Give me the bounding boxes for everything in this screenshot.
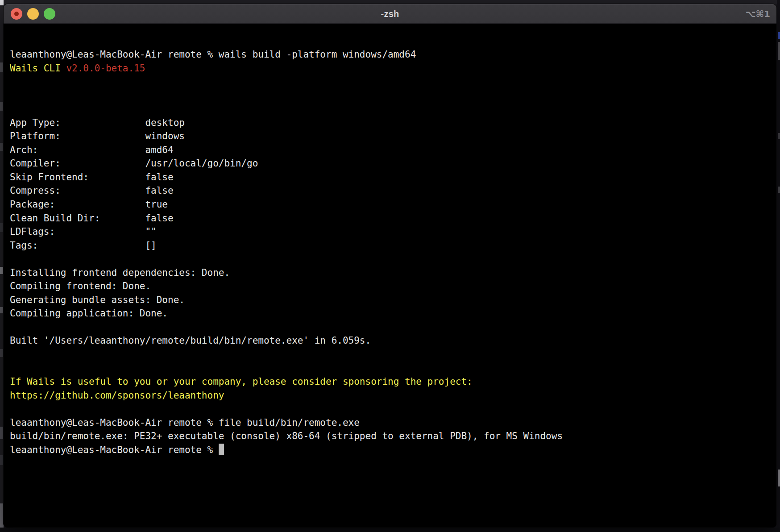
background-text-fragment bbox=[778, 42, 780, 60]
terminal-line bbox=[10, 402, 776, 416]
terminal-text: leaanthony@Leas-MacBook-Air remote % wai… bbox=[10, 49, 416, 60]
terminal-window: -zsh ⌥⌘1 leaanthony@Leas-MacBook-Air rem… bbox=[3, 4, 777, 528]
terminal-line: Skip Frontend: false bbox=[10, 170, 776, 184]
background-text-fragment bbox=[0, 62, 3, 72]
terminal-text: Arch: amd64 bbox=[10, 145, 174, 155]
background-scrollbar-fragment bbox=[778, 470, 780, 486]
terminal-line: Built '/Users/leaanthony/remote/build/bi… bbox=[10, 334, 776, 348]
background-text-fragment bbox=[778, 133, 780, 139]
background-window-right-sliver bbox=[777, 0, 780, 532]
terminal-line: Package: true bbox=[10, 198, 776, 212]
terminal-line: build/bin/remote.exe: PE32+ executable (… bbox=[10, 429, 776, 443]
terminal-line: https://github.com/sponsors/leaanthony bbox=[10, 389, 776, 403]
terminal-line bbox=[10, 320, 776, 334]
terminal-text: Compiling application: Done. bbox=[10, 308, 168, 319]
terminal-text: https://github.com/sponsors/leaanthony bbox=[10, 390, 224, 401]
background-text-fragment bbox=[778, 187, 780, 193]
minimize-button[interactable] bbox=[27, 8, 39, 20]
terminal-line bbox=[10, 102, 776, 116]
terminal-line: Compiler: /usr/local/go/bin/go bbox=[10, 157, 776, 170]
terminal-text: Generating bundle assets: Done. bbox=[10, 295, 185, 305]
terminal-line: Arch: amd64 bbox=[10, 143, 776, 157]
terminal-line: Installing frontend dependencies: Done. bbox=[10, 266, 776, 280]
terminal-text: Clean Build Dir: false bbox=[10, 213, 174, 224]
title-bar[interactable]: -zsh ⌥⌘1 bbox=[4, 4, 776, 24]
terminal-line bbox=[10, 75, 776, 89]
tab-shortcut-badge: ⌥⌘1 bbox=[745, 8, 770, 19]
terminal-line bbox=[10, 348, 776, 362]
zoom-button[interactable] bbox=[44, 8, 55, 20]
terminal-output: leaanthony@Leas-MacBook-Air remote % wai… bbox=[10, 48, 776, 457]
terminal-text: Package: true bbox=[10, 199, 168, 210]
terminal-text: Compiling frontend: Done. bbox=[10, 281, 151, 291]
terminal-text: build/bin/remote.exe: PE32+ executable (… bbox=[10, 431, 563, 441]
terminal-text: LDFlags: "" bbox=[10, 226, 157, 237]
terminal-line: Generating bundle assets: Done. bbox=[10, 293, 776, 307]
terminal-line: Compiling frontend: Done. bbox=[10, 279, 776, 293]
terminal-text: Wails CLI bbox=[10, 63, 66, 74]
close-button[interactable] bbox=[11, 8, 22, 20]
terminal-text: Compress: false bbox=[10, 185, 174, 196]
terminal-line bbox=[10, 252, 776, 266]
terminal-line bbox=[10, 89, 776, 103]
terminal-text: v2.0.0-beta.15 bbox=[66, 63, 145, 74]
terminal-line: If Wails is useful to you or your compan… bbox=[10, 375, 776, 389]
window-title: -zsh bbox=[381, 8, 399, 19]
terminal-line: leaanthony@Leas-MacBook-Air remote % fil… bbox=[10, 416, 776, 430]
background-text-fragment bbox=[0, 349, 3, 357]
terminal-body[interactable]: leaanthony@Leas-MacBook-Air remote % wai… bbox=[4, 24, 776, 528]
terminal-line: LDFlags: "" bbox=[10, 225, 776, 239]
terminal-text: leaanthony@Leas-MacBook-Air remote % bbox=[10, 445, 219, 455]
terminal-line: App Type: desktop bbox=[10, 116, 776, 130]
background-text-fragment bbox=[0, 267, 3, 274]
background-text-fragment bbox=[0, 223, 3, 232]
background-text-fragment bbox=[0, 455, 3, 465]
background-text-fragment bbox=[0, 0, 4, 5]
terminal-text: If Wails is useful to you or your compan… bbox=[10, 376, 473, 387]
background-text-fragment bbox=[0, 143, 3, 151]
window-controls bbox=[11, 4, 55, 24]
terminal-line: Compiling application: Done. bbox=[10, 307, 776, 320]
terminal-line: Clean Build Dir: false bbox=[10, 212, 776, 225]
terminal-text: App Type: desktop bbox=[10, 117, 185, 128]
terminal-line: leaanthony@Leas-MacBook-Air remote % bbox=[10, 443, 776, 457]
terminal-cursor bbox=[219, 444, 224, 455]
terminal-line bbox=[10, 362, 776, 375]
terminal-text: Tags: [] bbox=[10, 240, 157, 251]
terminal-line: Tags: [] bbox=[10, 239, 776, 253]
background-text-fragment bbox=[0, 307, 3, 313]
terminal-line: Wails CLI v2.0.0-beta.15 bbox=[10, 62, 776, 75]
background-accent-fragment bbox=[778, 32, 780, 39]
background-text-fragment bbox=[0, 102, 3, 111]
terminal-line: Platform: windows bbox=[10, 129, 776, 143]
terminal-text: Installing frontend dependencies: Done. bbox=[10, 267, 230, 278]
terminal-text: leaanthony@Leas-MacBook-Air remote % fil… bbox=[10, 417, 360, 428]
terminal-text: Built '/Users/leaanthony/remote/build/bi… bbox=[10, 335, 371, 346]
terminal-text: Platform: windows bbox=[10, 131, 185, 141]
terminal-text: Compiler: /usr/local/go/bin/go bbox=[10, 158, 258, 169]
terminal-text: Skip Frontend: false bbox=[10, 172, 174, 183]
background-text-fragment bbox=[0, 427, 3, 439]
terminal-line: Compress: false bbox=[10, 184, 776, 198]
desktop-background-bottom bbox=[0, 528, 780, 532]
terminal-line: leaanthony@Leas-MacBook-Air remote % wai… bbox=[10, 48, 776, 62]
